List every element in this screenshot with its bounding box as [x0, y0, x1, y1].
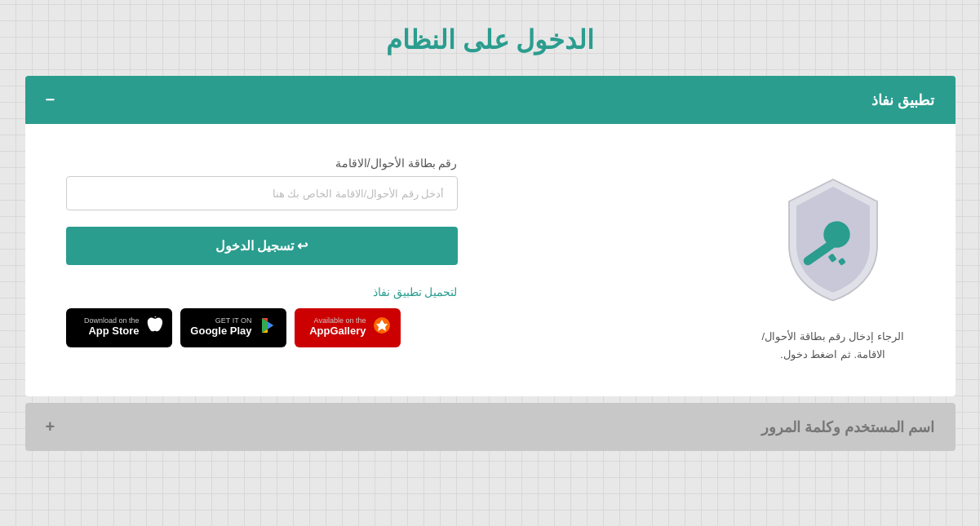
svg-marker-4: [268, 322, 273, 329]
accordion-container: تطبيق نفاذ − رقم بطاقة الأحوال/الاقامة ↩…: [25, 76, 956, 451]
key-shield-illustration: [760, 165, 907, 312]
download-label: لتحميل تطبيق نفاذ: [66, 285, 458, 298]
huawei-icon: [373, 316, 391, 339]
store-buttons-container: Available on the AppGallery: [66, 308, 458, 347]
google-store-name: Google Play: [190, 325, 251, 338]
apple-badge-text: Download on the App Store: [84, 317, 140, 338]
huawei-appgallery-button[interactable]: Available on the AppGallery: [295, 308, 401, 347]
nafaz-panel-header[interactable]: تطبيق نفاذ −: [25, 76, 956, 124]
nafaz-panel-title: تطبيق نفاذ: [871, 91, 934, 109]
username-panel-title: اسم المستخدم وكلمة المرور: [761, 418, 934, 436]
login-button[interactable]: ↩ تسجيل الدخول: [66, 227, 458, 265]
app-store-button[interactable]: Download on the App Store: [66, 308, 172, 347]
nafaz-panel: تطبيق نفاذ − رقم بطاقة الأحوال/الاقامة ↩…: [25, 76, 956, 396]
nafaz-panel-body: رقم بطاقة الأحوال/الاقامة ↩ تسجيل الدخول…: [25, 124, 956, 396]
google-small-text: GET IT ON: [215, 317, 252, 325]
page-title: الدخول على النظام: [386, 24, 595, 55]
apple-small-text: Download on the: [84, 317, 140, 325]
nafaz-panel-collapse-icon: −: [46, 91, 55, 109]
apple-store-name: App Store: [88, 325, 139, 338]
google-badge-text: GET IT ON Google Play: [190, 317, 251, 338]
google-play-icon: [259, 316, 277, 339]
username-panel-header[interactable]: اسم المستخدم وكلمة المرور +: [25, 403, 956, 451]
username-panel: اسم المستخدم وكلمة المرور +: [25, 403, 956, 451]
page-wrapper: الدخول على النظام تطبيق نفاذ − رقم بطاقة…: [0, 0, 980, 526]
huawei-small-text: Available on the: [314, 317, 366, 325]
nafaz-form-section: رقم بطاقة الأحوال/الاقامة ↩ تسجيل الدخول…: [66, 157, 458, 347]
id-number-input[interactable]: [66, 176, 458, 210]
illustration-section: الرجاء إدخال رقم بطاقة الأحوال/الاقامة. …: [752, 157, 915, 364]
apple-icon: [146, 316, 162, 339]
huawei-badge-text: Available on the AppGallery: [309, 317, 366, 338]
huawei-store-name: AppGallery: [309, 325, 366, 338]
id-field-label: رقم بطاقة الأحوال/الاقامة: [66, 157, 458, 170]
google-play-button[interactable]: GET IT ON Google Play: [180, 308, 286, 347]
username-panel-expand-icon: +: [46, 418, 55, 436]
instruction-text: الرجاء إدخال رقم بطاقة الأحوال/الاقامة. …: [752, 328, 915, 364]
